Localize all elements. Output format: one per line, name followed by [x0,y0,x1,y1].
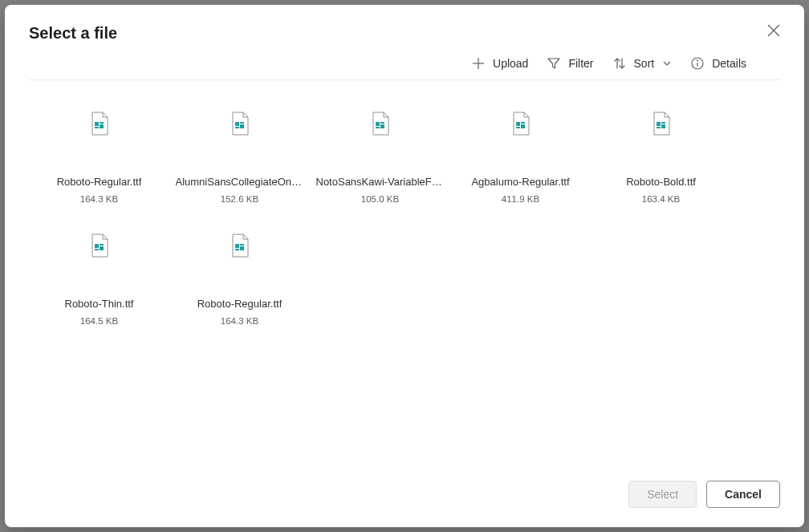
svg-rect-22 [516,122,520,126]
file-picker-dialog: Select a file Upload Filter Sort [5,5,804,527]
svg-rect-31 [100,244,104,246]
svg-rect-26 [657,122,661,126]
svg-rect-25 [516,127,520,128]
filter-button[interactable]: Filter [547,57,593,70]
file-tile[interactable]: Roboto-Bold.ttf 163.4 KB [591,104,731,210]
file-tile[interactable]: Agbalumo-Regular.ttf 411.9 KB [450,104,591,210]
filter-icon [547,57,560,70]
select-button: Select [628,481,697,508]
svg-rect-19 [380,122,384,124]
dialog-footer: Select Cancel [5,466,804,527]
file-icon [368,111,393,136]
svg-rect-16 [240,124,244,128]
svg-rect-23 [521,122,525,124]
file-tile[interactable]: NotoSansKawi-VariableFont_wght.ttf 105.0… [310,104,450,210]
details-label: Details [712,57,746,70]
svg-marker-4 [548,59,559,68]
svg-rect-18 [376,122,380,126]
sort-button[interactable]: Sort [613,57,673,70]
svg-rect-13 [95,127,99,128]
file-name: Roboto-Regular.ttf [57,175,142,189]
file-size: 105.0 KB [361,194,399,204]
file-name: Roboto-Bold.ttf [626,175,696,189]
filter-label: Filter [568,57,593,70]
file-tile[interactable]: Roboto-Regular.ttf 164.3 KB [29,104,169,210]
upload-label: Upload [493,57,528,70]
svg-rect-32 [100,246,104,250]
svg-rect-24 [521,124,525,128]
file-grid: Roboto-Regular.ttf 164.3 KB AlumniSansCo… [29,104,780,332]
file-size: 164.3 KB [80,194,118,204]
svg-rect-37 [235,249,239,250]
file-icon [227,233,253,258]
svg-rect-17 [235,127,239,128]
svg-rect-11 [100,122,104,124]
svg-rect-14 [235,122,239,126]
file-name: AlumniSansCollegiateOne-Regular.ttf [176,175,304,189]
dialog-header: Select a file [5,5,804,43]
file-size: 164.5 KB [80,316,118,326]
upload-button[interactable]: Upload [472,57,528,70]
svg-rect-33 [95,249,99,250]
file-content-area: Roboto-Regular.ttf 164.3 KB AlumniSansCo… [5,80,804,466]
svg-rect-36 [240,246,244,250]
chevron-down-icon [662,59,672,68]
sort-icon [613,57,626,70]
file-size: 411.9 KB [502,194,539,204]
close-icon [767,24,780,37]
svg-rect-27 [661,122,665,124]
svg-rect-12 [100,124,104,128]
file-icon [227,111,253,136]
file-icon [508,111,534,136]
file-icon [87,111,112,136]
file-size: 163.4 KB [642,194,680,204]
svg-rect-30 [95,244,99,248]
file-tile[interactable]: AlumniSansCollegiateOne-Regular.ttf 152.… [169,104,310,210]
cancel-button[interactable]: Cancel [706,481,780,508]
file-name: NotoSansKawi-VariableFont_wght.ttf [316,175,445,189]
svg-rect-34 [235,244,239,248]
file-name: Roboto-Thin.ttf [65,297,134,311]
dialog-title: Select a file [29,24,117,43]
file-icon [648,111,674,136]
svg-point-9 [697,60,698,61]
file-size: 164.3 KB [221,316,258,326]
info-icon [691,57,704,70]
sort-label: Sort [634,57,655,70]
file-name: Agbalumo-Regular.ttf [471,175,569,189]
file-tile[interactable]: Roboto-Regular.ttf 164.3 KB [169,226,310,332]
plus-icon [472,57,485,70]
svg-rect-20 [380,124,384,128]
details-button[interactable]: Details [691,57,746,70]
svg-rect-28 [661,124,665,128]
file-tile[interactable]: Roboto-Thin.ttf 164.5 KB [29,226,169,332]
file-size: 152.6 KB [221,194,258,204]
svg-rect-35 [240,244,244,246]
svg-rect-10 [95,122,99,126]
svg-rect-29 [657,127,661,128]
svg-rect-15 [240,122,244,124]
file-icon [87,233,112,258]
file-name: Roboto-Regular.ttf [197,297,283,311]
svg-rect-21 [376,127,380,128]
close-button[interactable] [764,21,783,40]
toolbar: Upload Filter Sort Details [29,43,780,80]
